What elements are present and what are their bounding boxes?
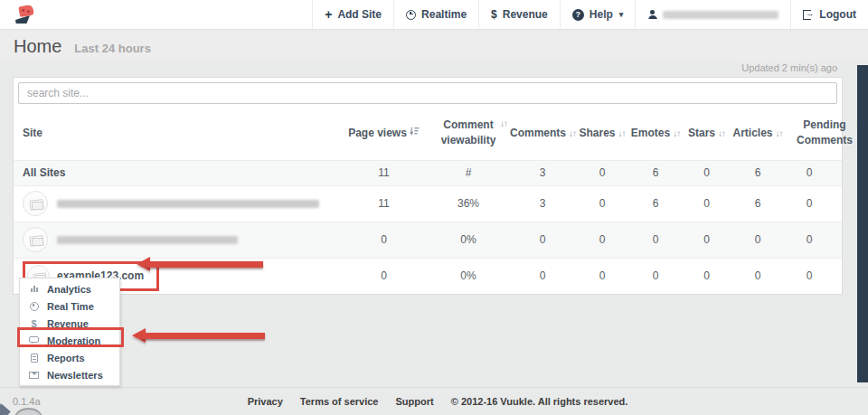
annotation-arrow-moderation (132, 329, 265, 344)
sort-icon[interactable]: ↓↑ (673, 128, 680, 138)
navbar-actions: + Add Site Realtime $ Revenue Help ▾ Log… (312, 0, 868, 29)
table-row-all-sites[interactable]: All Sites 11 # 3 0 6 0 6 0 (14, 160, 842, 185)
add-site-label: Add Site (337, 8, 382, 21)
highlight-box-moderation (17, 327, 124, 347)
sort-icon[interactable]: ↓↑ (618, 128, 626, 138)
dollar-icon: $ (491, 8, 497, 21)
clock-icon (28, 302, 40, 311)
table-header-row: Site Page views Comment viewability↓↑ Co… (14, 108, 842, 160)
comments-value: 0 (510, 233, 575, 246)
articles-value: 0 (731, 233, 784, 246)
shares-value: 0 (575, 233, 629, 246)
stars-value: 0 (682, 269, 731, 282)
page-views-value: 0 (341, 269, 427, 282)
footer: 0.1.4a Privacy Terms of service Support … (0, 387, 868, 415)
user-icon (647, 10, 657, 19)
logo-watermelon-shape (18, 5, 34, 18)
emotes-value: 0 (629, 233, 682, 246)
emotes-value: 6 (629, 197, 682, 210)
vuukle-logo[interactable] (0, 0, 52, 29)
page-title: Home (14, 36, 61, 57)
privacy-link[interactable]: Privacy (248, 396, 283, 407)
shares-value: 0 (575, 197, 629, 210)
sort-icon[interactable]: ↓↑ (500, 118, 507, 131)
page-header: Home Last 24 hours (0, 31, 868, 61)
comment-viewability-value: 0% (427, 233, 510, 246)
realtime-button[interactable]: Realtime (393, 0, 478, 29)
page-views-value: 11 (341, 166, 427, 179)
column-header-articles[interactable]: Articles↓↑ (731, 126, 784, 141)
chevron-down-icon: ▾ (619, 10, 624, 19)
envelope-icon (28, 372, 40, 379)
plus-icon: + (325, 8, 332, 21)
column-header-comment-viewability[interactable]: Comment viewability↓↑ (427, 118, 510, 149)
stars-value: 0 (682, 197, 731, 210)
column-header-comments[interactable]: Comments↓↑ (510, 126, 575, 141)
comments-value: 0 (510, 269, 575, 282)
emotes-value: 6 (629, 166, 682, 179)
menu-item-newsletters[interactable]: Newsletters (20, 366, 119, 383)
redacted-user-email (663, 11, 778, 19)
site-thumbnail-icon (23, 227, 48, 252)
arrow-shaft (146, 261, 263, 268)
support-link[interactable]: Support (396, 396, 434, 407)
pending-comments-value: 0 (784, 233, 835, 246)
emotes-value: 0 (629, 269, 682, 282)
articles-value: 6 (731, 166, 784, 179)
site-name: All Sites (23, 166, 341, 179)
menu-item-real-time[interactable]: Real Time (20, 297, 119, 315)
sort-icon[interactable]: ↓↑ (776, 128, 783, 138)
column-header-pending-comments[interactable]: Pending Comments↓↑ (784, 118, 865, 149)
column-header-shares[interactable]: Shares↓↑ (575, 126, 629, 141)
top-navbar: + Add Site Realtime $ Revenue Help ▾ Log… (0, 0, 868, 30)
shares-value: 0 (575, 269, 629, 282)
arrow-shaft (142, 333, 265, 339)
clock-icon (406, 10, 416, 20)
table-row-site-1[interactable]: 11 36% 3 0 6 0 6 0 (14, 185, 842, 222)
sort-icon[interactable]: ↓↑ (718, 128, 725, 138)
logout-button[interactable]: Logout (790, 0, 868, 29)
revenue-button[interactable]: $ Revenue (478, 0, 560, 29)
updated-timestamp: Updated 2 min(s) ago (741, 62, 837, 73)
copyright-text: © 2012-16 Vuukle. All rights reserved. (451, 396, 628, 407)
column-header-site[interactable]: Site (23, 126, 341, 141)
date-range-label: Last 24 hours (74, 38, 151, 55)
menu-item-reports[interactable]: Reports (20, 349, 119, 366)
comment-viewability-value: # (427, 166, 510, 179)
articles-value: 6 (731, 197, 784, 210)
comments-value: 3 (510, 197, 575, 210)
column-header-page-views[interactable]: Page views (341, 126, 427, 141)
logout-label: Logout (819, 8, 856, 21)
page-views-value: 0 (341, 233, 427, 246)
add-site-button[interactable]: + Add Site (312, 0, 393, 29)
annotation-arrow-site (137, 258, 263, 272)
pending-comments-value: 0 (784, 166, 835, 179)
terms-link[interactable]: Terms of service (300, 396, 379, 407)
user-account-button[interactable] (635, 0, 790, 29)
comment-viewability-value: 36% (427, 197, 510, 210)
search-input[interactable] (18, 82, 837, 104)
column-header-emotes[interactable]: Emotes↓↑ (629, 126, 682, 141)
comments-value: 3 (510, 166, 575, 179)
revenue-label: Revenue (503, 8, 548, 21)
articles-value: 0 (731, 269, 784, 282)
pending-comments-value: 0 (784, 269, 835, 282)
realtime-label: Realtime (421, 8, 467, 21)
bar-chart-icon (28, 286, 40, 292)
column-header-stars[interactable]: Stars↓↑ (682, 126, 731, 141)
help-menu-button[interactable]: Help ▾ (560, 0, 636, 29)
report-file-icon (28, 354, 40, 363)
stars-value: 0 (682, 166, 731, 179)
redacted-site-name (57, 200, 319, 208)
shares-value: 0 (575, 166, 629, 179)
sort-amount-icon[interactable] (410, 128, 420, 138)
stars-value: 0 (682, 233, 731, 246)
redacted-site-name (57, 236, 238, 244)
vuukle-logo-icon (14, 4, 36, 25)
page-views-value: 11 (341, 197, 427, 210)
question-icon (572, 9, 584, 21)
help-label: Help (590, 8, 613, 21)
pending-comments-value: 0 (784, 197, 835, 210)
table-row-site-2[interactable]: 0 0% 0 0 0 0 0 0 (14, 222, 842, 258)
menu-item-analytics[interactable]: Analytics (20, 280, 119, 297)
